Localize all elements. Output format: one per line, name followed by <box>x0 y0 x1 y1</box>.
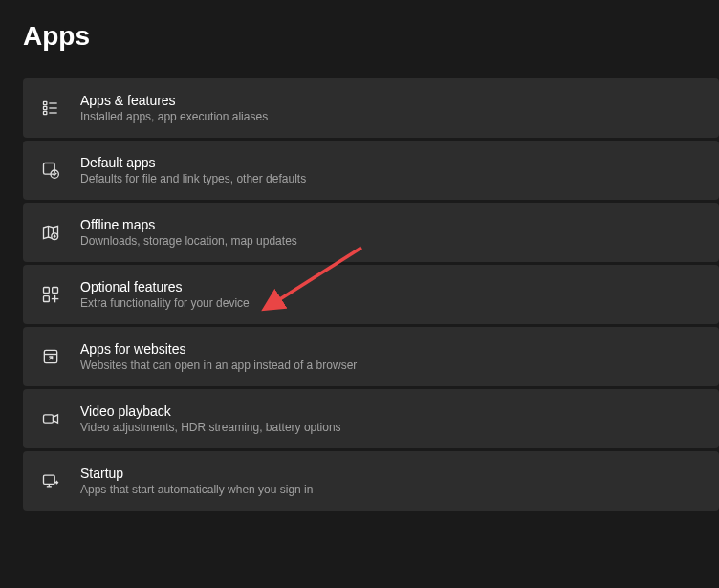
item-subtitle: Video adjustments, HDR streaming, batter… <box>80 421 341 434</box>
item-title: Offline maps <box>80 217 297 232</box>
page-title: Apps <box>0 0 719 78</box>
item-subtitle: Websites that can open in an app instead… <box>80 359 357 372</box>
item-subtitle: Installed apps, app execution aliases <box>80 110 268 123</box>
item-text: Apps & features Installed apps, app exec… <box>80 93 268 123</box>
settings-item-apps-websites[interactable]: Apps for websites Websites that can open… <box>23 327 719 386</box>
video-icon <box>40 408 61 429</box>
list-checklist-icon <box>40 98 61 119</box>
item-subtitle: Extra functionality for your device <box>80 296 250 310</box>
svg-rect-0 <box>44 101 47 104</box>
settings-item-optional-features[interactable]: Optional features Extra functionality fo… <box>23 265 719 324</box>
item-title: Video playback <box>80 403 341 419</box>
map-icon <box>40 222 61 243</box>
item-title: Default apps <box>80 155 306 170</box>
settings-item-offline-maps[interactable]: Offline maps Downloads, storage location… <box>23 203 719 262</box>
startup-icon <box>40 470 61 491</box>
item-subtitle: Downloads, storage location, map updates <box>80 234 297 248</box>
item-subtitle: Defaults for file and link types, other … <box>80 172 306 185</box>
item-text: Offline maps Downloads, storage location… <box>80 217 297 248</box>
svg-rect-11 <box>44 288 50 294</box>
item-title: Apps & features <box>80 93 268 108</box>
settings-item-startup[interactable]: Startup Apps that start automatically wh… <box>23 451 719 511</box>
item-text: Optional features Extra functionality fo… <box>80 279 250 310</box>
svg-rect-20 <box>44 475 55 484</box>
optional-features-icon <box>40 284 61 305</box>
item-text: Apps for websites Websites that can open… <box>80 341 357 372</box>
settings-item-video-playback[interactable]: Video playback Video adjustments, HDR st… <box>23 389 719 448</box>
settings-list: Apps & features Installed apps, app exec… <box>0 78 719 511</box>
item-title: Apps for websites <box>80 341 357 357</box>
item-title: Startup <box>80 466 313 481</box>
svg-rect-19 <box>44 415 54 423</box>
default-apps-icon <box>40 160 61 181</box>
item-title: Optional features <box>80 279 250 294</box>
item-subtitle: Apps that start automatically when you s… <box>80 483 313 496</box>
svg-rect-6 <box>44 163 55 175</box>
item-text: Video playback Video adjustments, HDR st… <box>80 403 341 434</box>
item-text: Default apps Defaults for file and link … <box>80 155 306 185</box>
item-text: Startup Apps that start automatically wh… <box>80 466 313 496</box>
settings-item-default-apps[interactable]: Default apps Defaults for file and link … <box>23 141 719 200</box>
svg-rect-12 <box>53 288 58 294</box>
apps-websites-icon <box>40 346 61 367</box>
svg-rect-2 <box>44 106 47 109</box>
settings-item-apps-features[interactable]: Apps & features Installed apps, app exec… <box>23 78 719 138</box>
svg-rect-4 <box>44 111 47 114</box>
svg-rect-13 <box>44 296 50 302</box>
